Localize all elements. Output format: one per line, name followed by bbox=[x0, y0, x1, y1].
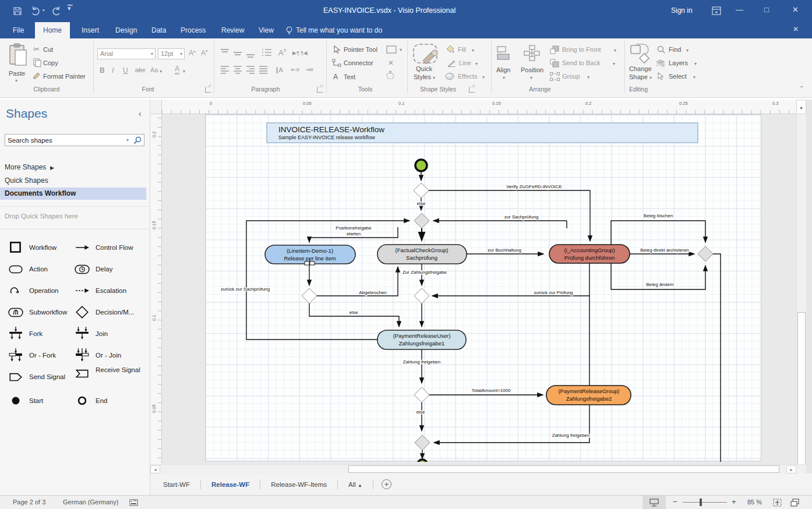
fill-icon[interactable] bbox=[446, 45, 455, 54]
quick-styles-icon[interactable] bbox=[411, 43, 442, 64]
stencil-item-subworkflow[interactable]: Subworkflow bbox=[8, 304, 73, 324]
paste-button[interactable]: Paste bbox=[9, 70, 25, 77]
save-icon[interactable] bbox=[13, 6, 22, 16]
horizontal-align-icons[interactable]: ∥A⇤≡⇥≡ bbox=[220, 64, 319, 75]
undo-icon[interactable] bbox=[30, 6, 41, 16]
close-button[interactable]: ✕ bbox=[792, 5, 799, 14]
decision-diamond[interactable] bbox=[414, 387, 429, 402]
format-painter-icon[interactable] bbox=[33, 72, 41, 80]
connector-tool-icon[interactable] bbox=[332, 59, 341, 68]
connector-tool-button[interactable]: Connector bbox=[344, 59, 373, 66]
decision-diamond[interactable] bbox=[414, 213, 429, 228]
stencil-item-action[interactable]: Action bbox=[8, 261, 73, 281]
change-shape-button-line2[interactable]: Shape ▾ bbox=[629, 73, 652, 80]
add-page-button[interactable]: + bbox=[382, 479, 391, 489]
change-shape-icon[interactable] bbox=[629, 43, 652, 64]
page-tab-release-wf-items[interactable]: Release-WF-Items bbox=[260, 481, 337, 488]
position-button[interactable]: Position bbox=[521, 66, 543, 73]
decision-diamond[interactable] bbox=[414, 183, 429, 198]
horizontal-scrollbar[interactable]: ◂ ▸ bbox=[150, 464, 806, 473]
connection-point-icon[interactable]: ✕ bbox=[388, 59, 394, 67]
search-shapes-box[interactable]: ▾ bbox=[5, 134, 144, 146]
quick-styles-button-line2[interactable]: Styles ▾ bbox=[414, 73, 435, 80]
strikethrough-button[interactable]: abc bbox=[135, 66, 146, 73]
copy-icon[interactable] bbox=[33, 58, 41, 67]
select-icon[interactable] bbox=[657, 72, 664, 80]
stencil-item-fork[interactable]: Fork bbox=[8, 326, 73, 345]
select-button[interactable]: Select bbox=[669, 73, 687, 80]
stencil-item-or-join[interactable]: Or - Join bbox=[75, 347, 147, 367]
copy-button[interactable]: Copy bbox=[43, 59, 58, 66]
line-button[interactable]: Line bbox=[459, 59, 471, 66]
group-icon[interactable] bbox=[550, 72, 560, 81]
page-tab-start-wf[interactable]: Start-WF bbox=[150, 481, 200, 488]
qat-customize-icon[interactable]: ▾▔ bbox=[68, 5, 72, 12]
font-color-button[interactable]: A bbox=[175, 65, 179, 75]
text-tool-button[interactable]: Text bbox=[344, 73, 355, 80]
stencil-item-control-flow[interactable]: Control Flow bbox=[75, 239, 147, 259]
rectangle-tool-dropdown-icon[interactable]: ▾ bbox=[400, 47, 402, 52]
end-node[interactable] bbox=[418, 459, 427, 464]
stencil-documents-workflow[interactable]: Documents Workflow bbox=[0, 188, 146, 200]
quick-shapes-link[interactable]: Quick Shapes bbox=[5, 176, 48, 185]
tab-insert[interactable]: Insert bbox=[73, 22, 107, 38]
bring-to-front-icon[interactable] bbox=[550, 45, 559, 54]
text-tool-a-icon[interactable]: A bbox=[333, 73, 338, 81]
shape-styles-dialog-launcher[interactable] bbox=[469, 87, 475, 93]
stencil-item-delay[interactable]: Delay bbox=[75, 261, 147, 281]
stencil-item-start[interactable]: Start bbox=[8, 393, 73, 412]
change-case-dropdown-icon[interactable]: ▾ bbox=[160, 69, 162, 74]
minimize-button[interactable]: — bbox=[736, 5, 743, 14]
stencil-item-workflow[interactable]: Workflow bbox=[8, 239, 73, 259]
tab-data[interactable]: Data bbox=[143, 22, 174, 38]
stencil-item-escalation[interactable]: Escalation bbox=[75, 282, 147, 302]
freeform-tool-icon[interactable] bbox=[386, 71, 395, 80]
decision-diamond[interactable] bbox=[302, 288, 317, 303]
horizontal-scrollbar-thumb[interactable] bbox=[348, 465, 779, 473]
effects-button[interactable]: Effects bbox=[458, 73, 477, 80]
align-icon[interactable]: ← bbox=[496, 45, 513, 62]
stencil-item-decision[interactable]: Decision/M... bbox=[75, 304, 147, 324]
decision-diamond[interactable] bbox=[698, 246, 713, 261]
cut-button[interactable]: Cut bbox=[43, 46, 53, 53]
change-shape-button[interactable]: Change bbox=[629, 65, 652, 72]
tab-home[interactable]: Home bbox=[35, 22, 70, 38]
tab-review[interactable]: Review bbox=[213, 22, 252, 38]
decision-diamond[interactable] bbox=[414, 288, 429, 303]
fit-page-icon[interactable] bbox=[772, 498, 782, 507]
sign-in-link[interactable]: Sign in bbox=[671, 6, 693, 15]
font-family-select[interactable]: Arial▾ bbox=[97, 48, 156, 59]
font-color-dropdown-icon[interactable]: ▾ bbox=[183, 69, 185, 74]
pointer-tool-icon[interactable] bbox=[333, 45, 341, 54]
fill-button[interactable]: Fill bbox=[458, 46, 466, 53]
stencil-item-receive-signal[interactable]: Receive Signal bbox=[75, 365, 147, 385]
tab-design[interactable]: Design bbox=[107, 22, 145, 38]
redo-icon[interactable] bbox=[51, 6, 62, 16]
zoom-slider-track[interactable] bbox=[683, 502, 727, 503]
pointer-tool-button[interactable]: Pointer Tool bbox=[344, 46, 377, 53]
undo-dropdown-icon[interactable]: ▾ bbox=[43, 8, 45, 13]
start-node[interactable] bbox=[415, 160, 427, 171]
scroll-right-button[interactable]: ▸ bbox=[786, 465, 796, 473]
cut-icon[interactable]: ✂ bbox=[33, 45, 40, 54]
grow-font-button[interactable]: A▴ bbox=[189, 49, 196, 57]
presentation-mode-icon[interactable] bbox=[649, 499, 659, 507]
underline-button[interactable]: U bbox=[123, 66, 128, 75]
change-case-button[interactable]: Aa bbox=[150, 66, 158, 73]
language-indicator[interactable]: German (Germany) bbox=[63, 499, 118, 506]
layers-button[interactable]: Layers bbox=[669, 59, 688, 66]
drawing-page-area[interactable]: INVOICE-RELEASE-Workflow Sample EASY-INV… bbox=[162, 114, 796, 464]
stencil-item-join[interactable]: Join bbox=[75, 326, 147, 345]
search-dropdown-icon[interactable]: ▾ bbox=[126, 137, 129, 143]
bold-button[interactable]: B bbox=[100, 66, 105, 75]
format-painter-button[interactable]: Format Painter bbox=[43, 73, 86, 80]
macro-icon[interactable] bbox=[129, 499, 138, 507]
align-button[interactable]: Align bbox=[496, 66, 510, 73]
effects-icon[interactable] bbox=[445, 72, 455, 80]
collapse-ribbon-icon[interactable]: ⌃ bbox=[799, 85, 804, 91]
scroll-up-button[interactable]: ▲ bbox=[796, 100, 806, 114]
paragraph-dialog-launcher[interactable] bbox=[317, 87, 323, 93]
maximize-button[interactable]: □ bbox=[764, 5, 769, 14]
zoom-slider-thumb[interactable] bbox=[700, 499, 702, 506]
page-tab-release-wf[interactable]: Release-WF bbox=[201, 481, 260, 488]
